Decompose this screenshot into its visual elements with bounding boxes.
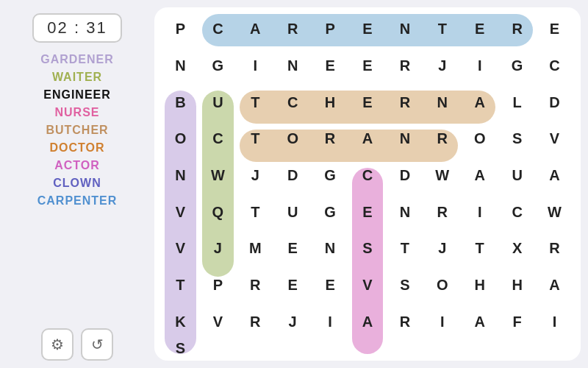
cell-6-6: V — [162, 230, 199, 267]
cell-7-7: T — [162, 267, 199, 304]
cell-3-3: O — [162, 121, 199, 158]
word-item-carpenter: CARPENTER — [37, 194, 118, 208]
cell-7-0: N — [312, 230, 349, 267]
cell-2-4: T — [237, 84, 274, 121]
word-item-engineer: ENGINEER — [43, 88, 111, 102]
cell-1-5: E — [312, 48, 349, 85]
word-item-actor: ACTOR — [54, 159, 100, 172]
cell-3-1: L — [498, 84, 536, 121]
word-list: GARDENER WAITER ENGINEER NURSE BUTCHER D… — [7, 53, 147, 208]
cell-1-3: I — [237, 48, 274, 85]
cell-1-1: N — [162, 48, 199, 85]
cell-4-4: N — [162, 158, 199, 194]
cell-2-2: B — [162, 84, 199, 121]
cell-8-6: H — [498, 267, 536, 304]
cell-8-9: V — [199, 303, 237, 340]
cell-4-6: J — [237, 158, 274, 194]
cell-4-3: V — [536, 121, 573, 158]
cell-9-2: I — [312, 303, 349, 340]
left-panel: 02 : 31 GARDENER WAITER ENGINEER NURSE B… — [0, 0, 154, 368]
cell-1-9: I — [461, 48, 498, 85]
cell-7-8: P — [199, 267, 237, 304]
word-item-gardener: GARDENER — [40, 53, 114, 66]
cell-0-4: P — [312, 11, 349, 48]
refresh-button[interactable]: ↺ — [81, 328, 113, 361]
word-item-nurse: NURSE — [54, 106, 99, 119]
grid-panel: PCARPENTERENGINEERJIGCBUTCHERNALDOCTORAN… — [154, 7, 581, 361]
cell-7-2: T — [386, 230, 423, 267]
cell-8-1: E — [312, 267, 349, 304]
word-item-doctor: DOCTOR — [49, 141, 104, 155]
cell-5-2: A — [461, 158, 498, 194]
cell-5-1: W — [423, 158, 461, 194]
cell-0-3: R — [274, 11, 312, 48]
cell-9-6: A — [461, 303, 498, 340]
cell-5-4: A — [536, 158, 573, 194]
cell-2-7: E — [349, 84, 387, 121]
cell-2-6: H — [312, 84, 349, 121]
cell-3-6: O — [274, 121, 312, 158]
cell-0-6: N — [386, 11, 423, 48]
cell-7-9: R — [237, 267, 274, 304]
cell-8-5: H — [461, 267, 498, 304]
bottom-buttons: ⚙ ↺ — [41, 328, 113, 361]
cell-6-4: C — [498, 194, 536, 230]
cell-2-5: C — [274, 84, 312, 121]
cell-2-9: N — [423, 84, 461, 121]
cell-9-8: I — [536, 303, 573, 340]
cell-1-2: G — [199, 48, 237, 85]
cell-0-9: R — [498, 11, 536, 48]
cell-5-7: T — [237, 194, 274, 230]
cell-3-7: R — [312, 121, 349, 158]
cell-5-0: D — [386, 158, 423, 194]
cell-8-4: O — [423, 267, 461, 304]
cell-3-0: A — [461, 84, 498, 121]
cell-8-7: A — [536, 267, 573, 304]
cell-4-8: G — [312, 158, 349, 194]
cell-2-8: R — [386, 84, 423, 121]
cell-0-5: E — [349, 11, 387, 48]
cell-6-5: W — [536, 194, 573, 230]
cell-6-7: J — [199, 230, 237, 267]
cell-4-2: S — [498, 121, 536, 158]
settings-button[interactable]: ⚙ — [41, 328, 74, 361]
cell-8-3: S — [386, 267, 423, 304]
cell-4-0: R — [423, 121, 461, 158]
word-grid: PCARPENTERENGINEERJIGCBUTCHERNALDOCTORAN… — [162, 11, 573, 357]
cell-5-8: U — [274, 194, 312, 230]
cell-6-2: R — [423, 194, 461, 230]
cell-5-3: U — [498, 158, 536, 194]
timer-display: 02 : 31 — [32, 13, 121, 43]
cell-5-9: G — [312, 194, 349, 230]
cell-7-1: S — [349, 230, 387, 267]
cell-5-6: Q — [199, 194, 237, 230]
cell-7-5: X — [498, 230, 536, 267]
cell-0-0: P — [162, 11, 199, 48]
cell-4-1: O — [461, 121, 498, 158]
cell-3-4: C — [199, 121, 237, 158]
cell-6-9: E — [274, 230, 312, 267]
cell-9-0: R — [237, 303, 274, 340]
cell-9-3: A — [349, 303, 387, 340]
cell-9-4: R — [386, 303, 423, 340]
cell-3-8: A — [349, 121, 387, 158]
cell-2-3: U — [199, 84, 237, 121]
cell-2-0: G — [498, 48, 536, 85]
cell-0-1: C — [199, 11, 237, 48]
cell-6-3: I — [461, 194, 498, 230]
cell-6-0: E — [349, 194, 387, 230]
cell-9-7: F — [498, 303, 536, 340]
cell-3-5: T — [237, 121, 274, 158]
cell-6-8: M — [237, 230, 274, 267]
word-item-clown: CLOWN — [53, 177, 101, 190]
cell-0-8: E — [461, 11, 498, 48]
cell-1-7: R — [386, 48, 423, 85]
cell-7-4: T — [461, 230, 498, 267]
cell-1-0: E — [536, 11, 573, 48]
cell-8-0: E — [274, 267, 312, 304]
cell-1-8: J — [423, 48, 461, 85]
cell-6-1: N — [386, 194, 423, 230]
cell-1-6: E — [349, 48, 387, 85]
cell-8-8: K — [162, 303, 199, 340]
cell-9-5: I — [423, 303, 461, 340]
